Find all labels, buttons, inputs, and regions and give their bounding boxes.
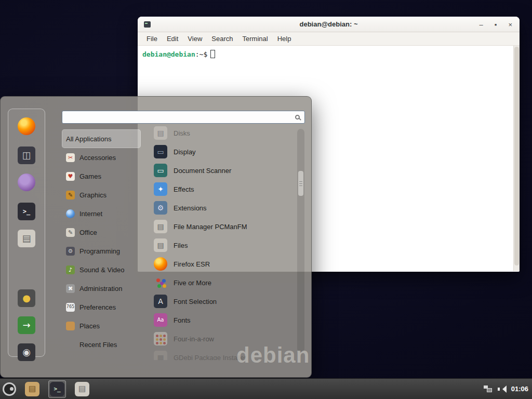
document-scanner-icon: ▭ [154, 164, 167, 177]
accessories-icon: ✂ [66, 153, 75, 162]
app-document-scanner[interactable]: ▭Document Scanner [148, 161, 296, 180]
search-icon [295, 115, 300, 119]
file-manager-icon: ▤ [18, 230, 35, 247]
app-extensions[interactable]: ⚙Extensions [148, 198, 296, 217]
category-label: Recent Files [79, 341, 117, 349]
log-out-icon: → [18, 316, 35, 334]
app-label: Five or More [174, 279, 211, 287]
terminal-menubar: FileEditViewSearchTerminalHelp [138, 32, 520, 46]
app-label: Effects [174, 185, 194, 193]
category-administration[interactable]: ✖Administration [62, 279, 141, 298]
five-or-more-icon [154, 276, 167, 289]
app-label: Disks [174, 129, 190, 137]
sound-video-icon: ♪ [66, 265, 75, 274]
category-label: Accessories [79, 154, 116, 162]
app-firefox-esr[interactable]: Firefox ESR [148, 255, 296, 273]
search-input[interactable] [65, 113, 295, 121]
internet-icon [66, 209, 75, 218]
category-label: Administration [79, 285, 122, 292]
terminal-menu-view[interactable]: View [183, 35, 207, 43]
launcher-file-manager[interactable]: ▤ [23, 380, 41, 398]
app-label: File Manager PCManFM [174, 223, 247, 231]
places-icon [66, 322, 75, 330]
favorite-terminal[interactable]: >_ [18, 203, 35, 220]
terminal-app-icon [144, 21, 151, 28]
panel-status-area: 01:06 [484, 385, 532, 393]
category-programming[interactable]: ⚙Programming [62, 242, 141, 260]
app-effects[interactable]: ✦Effects [148, 180, 296, 198]
menu-button[interactable] [3, 382, 16, 396]
launcher-terminal[interactable]: >_ [48, 380, 66, 398]
category-label: Office [79, 229, 97, 236]
font-selection-icon: A [154, 295, 167, 308]
clock[interactable]: 01:06 [511, 385, 528, 393]
shutdown-icon: ◉ [18, 343, 35, 361]
lock-screen-button[interactable]: ● [18, 289, 35, 307]
app-disks[interactable]: ▤Disks [148, 124, 296, 142]
category-label: Programming [79, 247, 120, 255]
category-sound-video[interactable]: ♪Sound & Video [62, 260, 141, 279]
log-out-button[interactable]: → [18, 316, 35, 334]
app-display[interactable]: ▭Display [148, 142, 296, 161]
text-editor-icon: ▤ [75, 382, 89, 396]
app-label: Font Selection [174, 298, 217, 305]
close-icon[interactable]: × [508, 21, 512, 28]
category-games[interactable]: ♥Games [62, 167, 141, 185]
preferences-icon: 765 [66, 303, 75, 312]
app-gdebi-package-installer[interactable]: ▦GDebi Package Installer [148, 348, 296, 360]
minimize-icon[interactable]: – [480, 21, 483, 28]
app-file-manager-pcmanfm[interactable]: ▤File Manager PCManFM [148, 217, 296, 236]
taskbar-panel: ▤>_▤ 01:06 [0, 378, 532, 399]
programming-icon: ⚙ [66, 247, 75, 256]
favorite-photos[interactable]: ◫ [18, 147, 35, 164]
favorite-file-manager[interactable]: ▤ [18, 230, 35, 247]
terminal-menu-search[interactable]: Search [207, 35, 237, 43]
network-icon[interactable] [484, 385, 492, 392]
shutdown-button[interactable]: ◉ [18, 343, 35, 361]
app-five-or-more[interactable]: Five or More [148, 273, 296, 292]
terminal-icon: >_ [18, 203, 35, 220]
terminal-scrollbar[interactable] [513, 46, 520, 271]
terminal-icon: >_ [50, 382, 64, 396]
extensions-icon: ⚙ [154, 201, 167, 215]
category-label: All Applications [66, 135, 111, 143]
fonts-icon: Aa [154, 313, 167, 327]
menu-scrollbar[interactable] [297, 129, 304, 352]
terminal-menu-file[interactable]: File [142, 35, 162, 43]
app-label: Document Scanner [174, 167, 231, 175]
volume-icon[interactable] [498, 385, 506, 393]
category-recent-files[interactable]: Recent Files [62, 335, 141, 354]
category-preferences[interactable]: 765Preferences [62, 298, 141, 316]
pidgin-icon [18, 174, 35, 191]
terminal-menu-terminal[interactable]: Terminal [238, 35, 273, 43]
launcher-text-editor[interactable]: ▤ [73, 380, 91, 398]
category-office[interactable]: ✎Office [62, 223, 141, 242]
app-four-in-a-row[interactable]: Four-in-a-row [148, 329, 296, 348]
lock-screen-icon: ● [18, 289, 35, 307]
menu-search-box[interactable] [62, 111, 305, 124]
favorite-pidgin[interactable] [18, 174, 35, 193]
terminal-menu-help[interactable]: Help [273, 35, 296, 43]
app-fonts[interactable]: AaFonts [148, 311, 296, 329]
category-accessories[interactable]: ✂Accessories [62, 148, 141, 167]
terminal-scrollbar-thumb[interactable] [514, 47, 519, 265]
category-all-applications[interactable]: All Applications [62, 129, 141, 148]
menu-scrollbar-thumb[interactable] [298, 171, 303, 196]
prompt-user-host: debian@debian [142, 50, 195, 58]
app-files[interactable]: ▤Files [148, 236, 296, 255]
app-label: GDebi Package Installer [174, 354, 246, 361]
display-icon: ▭ [154, 145, 167, 158]
terminal-titlebar[interactable]: debian@debian: ~ – ▪ × [138, 17, 520, 32]
app-font-selection[interactable]: AFont Selection [148, 292, 296, 311]
terminal-menu-edit[interactable]: Edit [162, 35, 183, 43]
file-manager-pcmanfm-icon: ▤ [154, 220, 167, 233]
category-places[interactable]: Places [62, 316, 141, 335]
category-internet[interactable]: Internet [62, 204, 141, 223]
terminal-cursor [210, 50, 215, 58]
favorite-firefox[interactable] [18, 117, 35, 137]
file-manager-icon: ▤ [25, 382, 39, 396]
category-graphics[interactable]: ✎Graphics [62, 185, 141, 204]
application-list: ▤Disks▭Display▭Document Scanner✦Effects⚙… [148, 124, 296, 360]
terminal-title: debian@debian: ~ [138, 20, 520, 28]
maximize-icon[interactable]: ▪ [495, 21, 497, 28]
